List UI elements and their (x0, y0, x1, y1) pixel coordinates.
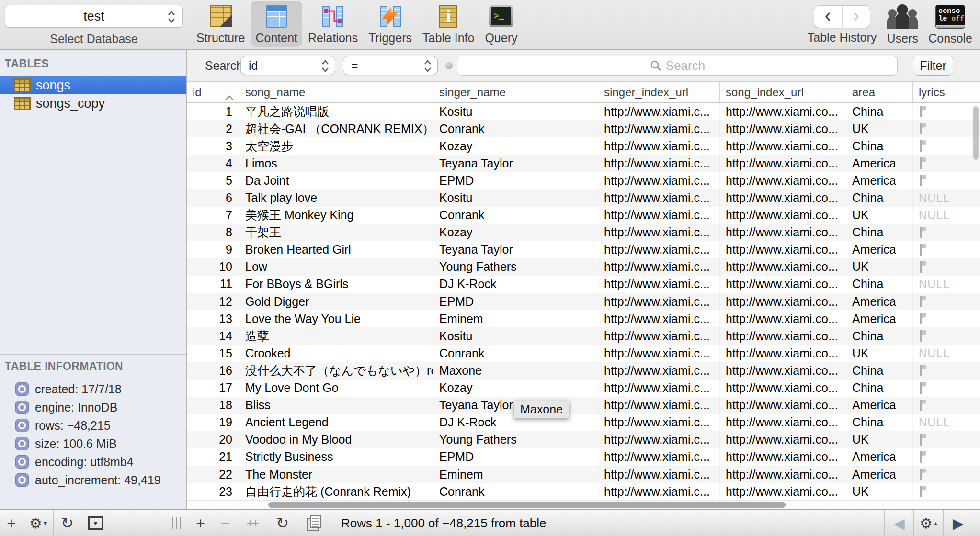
cell-id[interactable]: 17 (187, 380, 239, 397)
cell-area[interactable]: China (846, 414, 913, 431)
cell-song_index_url[interactable]: http://www.xiami.co... (720, 155, 846, 172)
cell-singer_name[interactable]: Kositu (433, 189, 598, 206)
cell-id[interactable]: 3 (187, 137, 239, 155)
table-row[interactable]: 12Gold DiggerEPMDhttp://www.xiami.c...ht… (187, 293, 980, 310)
cell-area[interactable]: China (846, 276, 913, 293)
table-row[interactable]: 5Da JointEPMDhttp://www.xiami.c...http:/… (187, 172, 980, 189)
cell-lyrics[interactable] (913, 380, 971, 397)
cell-singer_index_url[interactable]: http://www.xiami.c... (598, 293, 720, 310)
cell-lyrics[interactable] (913, 120, 971, 137)
table-row[interactable]: 9Broken Hearted GirlTeyana Taylorhttp://… (187, 241, 980, 258)
cell-singer_index_url[interactable]: http://www.xiami.c... (598, 483, 720, 500)
column-header-area[interactable]: area (846, 82, 913, 102)
duplicate-row-button[interactable]: ++ (238, 510, 266, 536)
cell-area[interactable]: UK (846, 345, 913, 362)
cell-singer_name[interactable]: Kositu (433, 103, 598, 120)
cell-singer_index_url[interactable]: http://www.xiami.c... (598, 414, 720, 431)
cell-id[interactable]: 21 (187, 448, 239, 466)
pagination-gear-button[interactable]: ⚙▴ (914, 510, 944, 536)
cell-song_name[interactable]: The Monster (239, 466, 433, 483)
cell-song_name[interactable]: 造孽 (239, 327, 433, 345)
cell-song_index_url[interactable]: http://www.xiami.co... (720, 172, 846, 189)
cell-singer_index_url[interactable]: http://www.xiami.c... (598, 189, 720, 206)
cell-singer_index_url[interactable]: http://www.xiami.c... (598, 448, 720, 466)
cell-id[interactable]: 9 (187, 241, 239, 258)
cell-area[interactable]: America (846, 241, 913, 258)
history-forward-button[interactable] (842, 6, 870, 28)
cell-singer_index_url[interactable]: http://www.xiami.c... (598, 103, 720, 120)
cell-id[interactable]: 20 (187, 431, 239, 448)
cell-lyrics[interactable]: NULL (913, 345, 971, 362)
cell-song_index_url[interactable]: http://www.xiami.co... (720, 207, 846, 224)
cell-singer_name[interactable]: DJ K-Rock (433, 276, 598, 293)
cell-singer_index_url[interactable]: http://www.xiami.c... (598, 137, 720, 155)
cell-song_index_url[interactable]: http://www.xiami.co... (720, 258, 846, 276)
cell-id[interactable]: 15 (187, 345, 239, 362)
cell-id[interactable]: 8 (187, 224, 239, 241)
cell-song_name[interactable]: Ancient Legend (239, 414, 433, 431)
cell-song_index_url[interactable]: http://www.xiami.co... (720, 241, 846, 258)
table-row[interactable]: 6Talk play loveKosituhttp://www.xiami.c.… (187, 189, 980, 206)
refresh-tables-button[interactable]: ↻ (54, 510, 81, 536)
table-row[interactable]: 2超社会-GAI （CONRANK REMIX）Conrankhttp://ww… (187, 120, 980, 137)
sidebar-table-songs[interactable]: songs (0, 76, 186, 94)
users-button[interactable]: Users (881, 1, 923, 47)
cell-singer_index_url[interactable]: http://www.xiami.c... (598, 155, 720, 172)
cell-area[interactable]: UK (846, 431, 913, 448)
cell-lyrics[interactable] (913, 258, 971, 276)
cell-lyrics[interactable] (913, 310, 971, 327)
cell-area[interactable]: America (846, 466, 913, 483)
search-field-select[interactable]: id (240, 56, 335, 75)
cell-lyrics[interactable] (913, 397, 971, 414)
table-row[interactable]: 4LimosTeyana Taylorhttp://www.xiami.c...… (187, 155, 980, 172)
cell-lyrics[interactable] (913, 466, 971, 483)
table-row[interactable]: 14造孽Kosituhttp://www.xiami.c...http://ww… (187, 327, 980, 345)
column-header-singer_index_url[interactable]: singer_index_url (598, 82, 720, 102)
table-row[interactable]: 23自由行走的花 (Conrank Remix)Conrankhttp://ww… (187, 483, 980, 500)
cell-singer_name[interactable]: EPMD (433, 293, 598, 310)
cell-song_index_url[interactable]: http://www.xiami.co... (720, 120, 846, 137)
cell-song_index_url[interactable]: http://www.xiami.co... (720, 414, 846, 431)
cell-song_name[interactable]: Gold Digger (239, 293, 433, 310)
add-row-button[interactable]: + (188, 510, 213, 536)
cell-singer_name[interactable]: EPMD (433, 448, 598, 466)
cell-id[interactable]: 22 (187, 466, 239, 483)
cell-song_name[interactable]: 平凡之路说唱版 (239, 103, 433, 120)
table-row[interactable]: 15CrookedConrankhttp://www.xiami.c...htt… (187, 345, 980, 362)
cell-area[interactable]: America (846, 310, 913, 327)
database-select-dropdown[interactable]: test (5, 5, 183, 28)
cell-lyrics[interactable] (913, 293, 971, 310)
filter-button[interactable]: Filter (913, 56, 953, 76)
cell-singer_name[interactable]: Conrank (433, 207, 598, 224)
cell-singer_index_url[interactable]: http://www.xiami.c... (598, 207, 720, 224)
cell-singer_index_url[interactable]: http://www.xiami.c... (598, 431, 720, 448)
cell-singer_index_url[interactable]: http://www.xiami.c... (598, 120, 720, 137)
table-row[interactable]: 13Love the Way You LieEminemhttp://www.x… (187, 310, 980, 327)
cell-song_index_url[interactable]: http://www.xiami.co... (720, 362, 846, 379)
table-row[interactable]: 7美猴王 Monkey KingConrankhttp://www.xiami.… (187, 207, 980, 224)
vertical-scrollbar-thumb[interactable] (973, 106, 979, 160)
cell-id[interactable]: 14 (187, 327, 239, 345)
cell-song_index_url[interactable]: http://www.xiami.co... (720, 345, 846, 362)
cell-singer_name[interactable]: Conrank (433, 120, 598, 137)
cell-song_name[interactable]: Voodoo in My Blood (239, 431, 433, 448)
cell-singer_name[interactable]: Young Fathers (433, 431, 598, 448)
cell-area[interactable]: America (846, 155, 913, 172)
cell-lyrics[interactable] (913, 448, 971, 466)
column-header-singer_name[interactable]: singer_name (433, 82, 598, 102)
table-row[interactable]: 16没什么大不了（なんでもないや）remixMaxonehttp://www.x… (187, 362, 980, 379)
cell-singer_index_url[interactable]: http://www.xiami.c... (598, 327, 720, 345)
cell-id[interactable]: 2 (187, 120, 239, 137)
cell-id[interactable]: 18 (187, 397, 239, 414)
cell-song_index_url[interactable]: http://www.xiami.co... (720, 276, 846, 293)
cell-area[interactable]: China (846, 327, 913, 345)
cell-song_index_url[interactable]: http://www.xiami.co... (720, 466, 846, 483)
cell-singer_index_url[interactable]: http://www.xiami.c... (598, 276, 720, 293)
cell-song_name[interactable]: Crooked (239, 345, 433, 362)
table-row[interactable]: 8干架王Kozayhttp://www.xiami.c...http://www… (187, 224, 980, 241)
cell-song_name[interactable]: 美猴王 Monkey King (239, 207, 433, 224)
cell-id[interactable]: 16 (187, 362, 239, 379)
cell-song_index_url[interactable]: http://www.xiami.co... (720, 380, 846, 397)
toolbar-button-query[interactable]: >_Query (480, 1, 522, 47)
cell-song_index_url[interactable]: http://www.xiami.co... (720, 189, 846, 206)
